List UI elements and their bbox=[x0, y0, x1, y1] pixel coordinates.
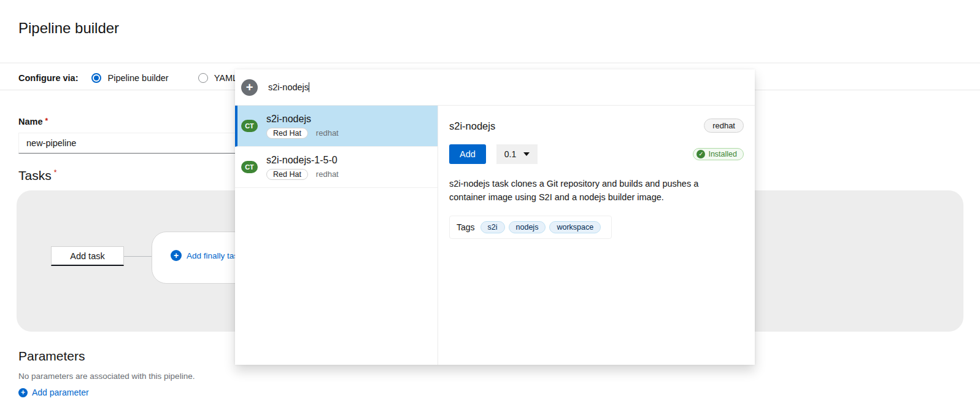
add-finally-task-link[interactable]: + Add finally task bbox=[171, 250, 242, 261]
installed-badge: ✓ Installed bbox=[693, 148, 744, 160]
task-result-s2i-nodejs-1-5-0[interactable]: CT s2i-nodejs-1-5-0 Red Hat redhat bbox=[235, 147, 438, 188]
provider-text: redhat bbox=[316, 170, 339, 179]
add-task-label: Add task bbox=[70, 251, 104, 261]
task-result-title: s2i-nodejs bbox=[266, 114, 339, 125]
tasks-heading: Tasks* bbox=[18, 168, 56, 183]
tag-nodejs: nodejs bbox=[509, 221, 546, 233]
cluster-task-avatar: CT bbox=[241, 120, 258, 132]
task-search-popover: + s2i-nodejs CT s2i-nodejs Red Hat redha… bbox=[235, 69, 755, 365]
cluster-task-avatar: CT bbox=[241, 161, 258, 173]
task-result-title: s2i-nodejs-1-5-0 bbox=[266, 155, 339, 166]
redhat-badge: Red Hat bbox=[266, 169, 308, 180]
tag-s2i: s2i bbox=[480, 221, 505, 233]
redhat-badge: Red Hat bbox=[266, 128, 308, 139]
version-value: 0.1 bbox=[504, 149, 516, 159]
divider-top bbox=[0, 63, 980, 63]
add-finally-task-label: Add finally task bbox=[187, 251, 242, 260]
tag-workspace: workspace bbox=[549, 221, 601, 233]
search-query-text: s2i-nodejs bbox=[268, 82, 309, 92]
tags-label: Tags bbox=[457, 222, 475, 232]
radio-pipeline-builder[interactable]: Pipeline builder bbox=[91, 73, 168, 83]
task-description: s2i-nodejs task clones a Git repository … bbox=[449, 177, 713, 204]
plus-circle-icon: + bbox=[171, 250, 182, 261]
task-detail-title: s2i-nodejs bbox=[449, 119, 495, 132]
add-parameter-label: Add parameter bbox=[32, 388, 89, 397]
task-search-input[interactable]: + s2i-nodejs bbox=[235, 69, 755, 106]
check-circle-icon: ✓ bbox=[696, 150, 705, 158]
radio-selected-icon bbox=[91, 73, 101, 83]
add-button[interactable]: Add bbox=[449, 144, 486, 164]
configure-via-label: Configure via: bbox=[18, 73, 78, 83]
task-detail-panel: s2i-nodejs redhat Add 0.1 ✓ Installed s2… bbox=[438, 106, 755, 365]
radio-pipeline-builder-label: Pipeline builder bbox=[107, 73, 168, 83]
parameters-empty-text: No parameters are associated with this p… bbox=[18, 372, 195, 381]
radio-unselected-icon bbox=[198, 73, 208, 83]
add-parameter-link[interactable]: + Add parameter bbox=[18, 388, 89, 397]
task-connector-line bbox=[124, 256, 152, 257]
page-title: Pipeline builder bbox=[18, 20, 119, 37]
add-task-search-icon: + bbox=[241, 79, 258, 96]
required-asterisk: * bbox=[45, 117, 48, 125]
provider-pill: redhat bbox=[704, 119, 744, 133]
provider-text: redhat bbox=[316, 128, 339, 138]
task-result-s2i-nodejs[interactable]: CT s2i-nodejs Red Hat redhat bbox=[235, 106, 438, 147]
version-dropdown[interactable]: 0.1 bbox=[496, 144, 538, 164]
text-cursor bbox=[309, 82, 309, 92]
tags-group: Tags s2i nodejs workspace bbox=[449, 216, 612, 239]
name-field-label: Name* bbox=[18, 117, 48, 127]
installed-label: Installed bbox=[708, 150, 737, 158]
chevron-down-icon bbox=[523, 152, 530, 156]
parameters-heading: Parameters bbox=[18, 349, 85, 364]
add-task-node[interactable]: Add task bbox=[51, 246, 124, 266]
required-asterisk: * bbox=[54, 168, 57, 177]
plus-circle-icon: + bbox=[18, 388, 28, 397]
pipeline-builder-page: Pipeline builder Configure via: Pipeline… bbox=[0, 0, 980, 417]
task-result-list: CT s2i-nodejs Red Hat redhat CT s2i-node… bbox=[235, 106, 438, 365]
